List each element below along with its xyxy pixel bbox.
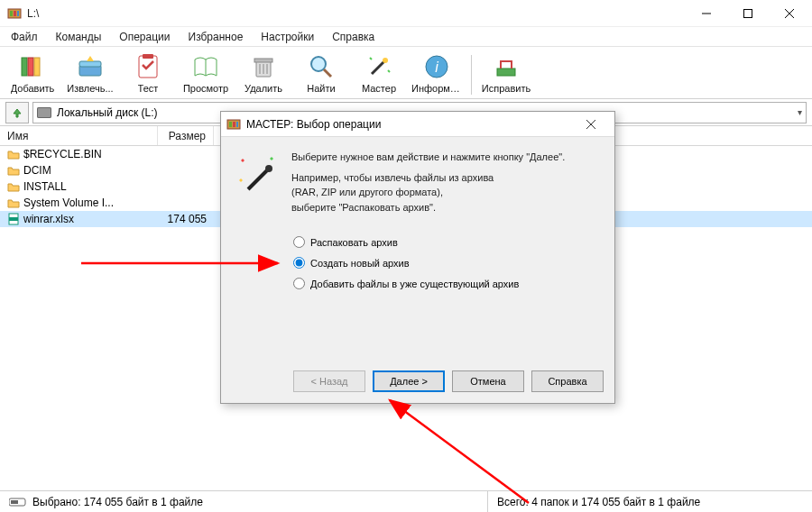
repair-icon <box>492 52 521 81</box>
dialog-example3: выберите "Распаковать архив". <box>291 202 436 213</box>
status-left: Выбрано: 174 055 байт в 1 файле <box>0 496 487 508</box>
next-button[interactable]: Далее > <box>373 370 445 392</box>
dialog-example1: Например, чтобы извлечь файлы из архива <box>291 172 494 183</box>
file-name: DCIM <box>23 164 51 177</box>
status-bar: Выбрано: 174 055 байт в 1 файле Всего: 4… <box>0 490 812 512</box>
view-button[interactable]: Просмотр <box>179 48 233 95</box>
svg-rect-12 <box>79 61 101 67</box>
toolbar-separator <box>471 55 472 95</box>
svg-line-38 <box>248 169 268 189</box>
dialog-close-button[interactable] <box>573 113 609 136</box>
dialog-titlebar[interactable]: МАСТЕР: Выбор операции <box>221 112 614 137</box>
cancel-button[interactable]: Отмена <box>452 370 524 392</box>
svg-rect-27 <box>497 69 515 76</box>
folder-icon <box>7 180 20 193</box>
add-button[interactable]: Добавить <box>5 48 60 95</box>
svg-text:i: i <box>435 59 438 75</box>
file-name: System Volume I... <box>23 197 114 209</box>
dialog-buttons: < Назад Далее > Отмена Справка <box>221 363 614 403</box>
books-icon <box>18 52 47 81</box>
svg-rect-8 <box>22 58 27 76</box>
svg-rect-5 <box>744 9 752 17</box>
wizard-wand-icon <box>235 153 279 197</box>
view-label: Просмотр <box>183 83 228 94</box>
radio-extract[interactable]: Распаковать архив <box>293 236 600 248</box>
menu-commands[interactable]: Команды <box>47 28 111 46</box>
radio-add[interactable]: Добавить файлы в уже существующий архив <box>293 278 600 289</box>
window-title: L:\ <box>27 7 39 20</box>
extract-button[interactable]: Извлечь... <box>63 48 117 95</box>
folder-icon <box>7 197 20 209</box>
find-button[interactable]: Найти <box>294 48 348 95</box>
toolbar: Добавить Извлечь... Тест Просмотр Удалит… <box>0 47 812 99</box>
file-icon <box>7 213 20 225</box>
info-icon: i <box>422 52 451 81</box>
menu-operations[interactable]: Операции <box>110 28 179 46</box>
extract-icon <box>76 52 105 81</box>
folder-icon <box>7 148 20 160</box>
folder-icon <box>7 164 20 177</box>
find-label: Найти <box>307 83 335 94</box>
radio-create[interactable]: Создать новый архив <box>293 257 600 269</box>
file-name: winrar.xlsx <box>23 213 74 225</box>
menu-file[interactable]: Файл <box>2 28 47 46</box>
title-bar: L:\ <box>0 0 812 27</box>
app-icon <box>226 117 241 132</box>
maximize-button[interactable] <box>727 0 769 27</box>
test-button[interactable]: Тест <box>121 48 175 95</box>
up-arrow-icon <box>11 106 23 119</box>
svg-point-21 <box>311 57 326 71</box>
minimize-button[interactable] <box>686 0 727 27</box>
svg-rect-2 <box>14 11 16 16</box>
col-size[interactable]: Размер <box>158 126 214 145</box>
radio-add-label: Добавить файлы в уже существующий архив <box>310 279 519 289</box>
menu-help[interactable]: Справка <box>323 28 383 46</box>
wizard-button[interactable]: Мастер <box>352 48 406 95</box>
book-icon <box>191 52 220 81</box>
svg-point-24 <box>383 58 388 63</box>
col-name[interactable]: Имя <box>0 126 158 145</box>
radio-create-label: Создать новый архив <box>310 258 410 269</box>
repair-label: Исправить <box>482 83 531 94</box>
menu-bar: Файл Команды Операции Избранное Настройк… <box>0 27 812 47</box>
info-button[interactable]: i Информация <box>410 48 464 95</box>
svg-rect-29 <box>9 217 18 221</box>
svg-rect-35 <box>236 122 238 127</box>
delete-label: Удалить <box>245 83 282 94</box>
svg-rect-34 <box>233 122 235 127</box>
extract-label: Извлечь... <box>67 83 113 94</box>
menu-settings[interactable]: Настройки <box>252 28 323 46</box>
svg-rect-3 <box>17 11 19 16</box>
test-label: Тест <box>138 83 159 94</box>
dialog-title: МАСТЕР: Выбор операции <box>246 118 381 131</box>
trash-icon <box>249 52 278 81</box>
svg-rect-1 <box>10 11 13 16</box>
up-button[interactable] <box>5 102 29 123</box>
menu-favorites[interactable]: Избранное <box>180 28 253 46</box>
drive-icon <box>37 107 51 118</box>
svg-rect-17 <box>254 59 272 62</box>
close-button[interactable] <box>769 0 810 27</box>
delete-button[interactable]: Удалить <box>236 48 291 95</box>
status-left-text: Выбрано: 174 055 байт в 1 файле <box>32 496 203 508</box>
svg-rect-10 <box>34 58 40 76</box>
dropdown-icon[interactable]: ▾ <box>798 107 802 117</box>
status-icon <box>9 497 27 507</box>
svg-rect-14 <box>143 54 153 59</box>
dialog-example2: (RAR, ZIP или другого формата), <box>291 187 443 197</box>
svg-rect-9 <box>28 58 33 76</box>
wizard-label: Мастер <box>362 83 396 94</box>
dialog-body: Выберите нужное вам действие и нажмите к… <box>221 137 614 363</box>
back-button[interactable]: < Назад <box>293 370 365 392</box>
search-icon <box>307 52 336 81</box>
dialog-intro: Выберите нужное вам действие и нажмите к… <box>291 150 600 165</box>
repair-button[interactable]: Исправить <box>479 48 533 95</box>
svg-rect-31 <box>11 500 18 504</box>
svg-rect-33 <box>229 122 232 127</box>
file-name: INSTALL <box>23 180 67 193</box>
help-button[interactable]: Справка <box>531 370 604 392</box>
test-icon <box>134 52 162 81</box>
wand-icon <box>364 52 393 81</box>
status-right-text: Всего: 4 папок и 174 055 байт в 1 файле <box>497 496 700 508</box>
info-label: Информация <box>411 83 462 94</box>
